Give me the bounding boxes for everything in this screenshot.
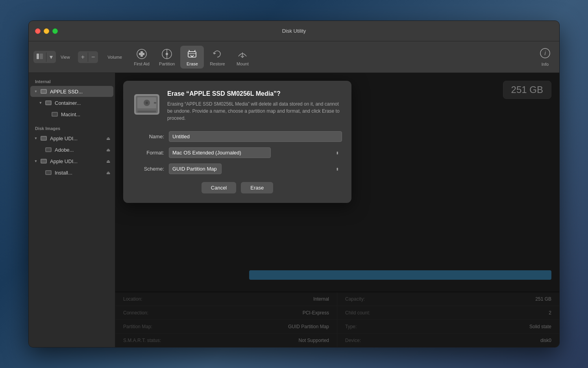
svg-rect-1 <box>40 54 43 59</box>
view-label: View <box>61 55 70 59</box>
first-aid-icon <box>136 48 148 60</box>
toolbar: ▾ View + − Volume First Aid <box>29 41 559 73</box>
install-volume-icon <box>44 169 52 177</box>
info-button[interactable]: i Info <box>536 45 555 69</box>
scheme-field-label: Scheme: <box>133 166 164 172</box>
svg-rect-16 <box>41 90 46 93</box>
first-aid-label: First Aid <box>134 61 150 66</box>
svg-rect-24 <box>46 148 51 151</box>
adobe-label: Adobe... <box>55 147 74 153</box>
window-title: Disk Utility <box>282 28 306 34</box>
remove-volume-button[interactable]: − <box>88 51 98 63</box>
titlebar: Disk Utility <box>29 21 559 41</box>
sidebar-item-apple-udi-1[interactable]: ▼ Apple UDI... ⏏ <box>30 133 113 144</box>
add-volume-button[interactable]: + <box>78 51 88 63</box>
dialog-disk-image <box>133 90 161 119</box>
disk-image-icon-2 <box>40 157 48 165</box>
macintosh-hd-label: Macint... <box>61 112 80 117</box>
svg-rect-4 <box>139 53 144 55</box>
sidebar-item-install[interactable]: ▶ Install... ⏏ <box>30 167 113 178</box>
restore-icon <box>211 48 223 60</box>
view-dropdown-button[interactable]: ▾ <box>46 51 56 63</box>
info-label: Info <box>542 62 549 67</box>
erase-dialog: Erase “APPLE SSD SM0256L Media”? Erasing… <box>123 81 351 203</box>
maximize-button[interactable] <box>52 28 58 34</box>
sidebar-item-apple-ssd[interactable]: ▼ APPLE SSD... <box>30 86 113 97</box>
chevron-down-icon: ▼ <box>33 159 38 164</box>
chevron-down-icon: ▼ <box>38 100 43 105</box>
volume-label: Volume <box>107 55 122 59</box>
close-button[interactable] <box>35 28 41 34</box>
scheme-field-row: Scheme: GUID Partition Map Master Boot R… <box>133 164 342 174</box>
erase-icon <box>186 48 198 60</box>
scheme-select-wrapper: GUID Partition Map Master Boot Record Ap… <box>169 164 342 174</box>
name-input[interactable] <box>169 131 342 142</box>
format-field-label: Format: <box>133 150 164 156</box>
adobe-volume-icon <box>44 146 52 154</box>
chevron-down-icon: ▼ <box>33 136 38 141</box>
svg-rect-28 <box>46 171 51 174</box>
view-sidebar-button[interactable] <box>33 51 46 63</box>
format-field-row: Format: Mac OS Extended (Journaled) Mac … <box>133 147 342 158</box>
erase-dialog-overlay: Erase “APPLE SSD SM0256L Media”? Erasing… <box>115 73 559 347</box>
erase-label: Erase <box>187 61 198 66</box>
apple-udi-2-label: Apple UDI... <box>50 158 78 164</box>
erase-confirm-button[interactable]: Erase <box>241 182 273 193</box>
main-area: Internal ▼ APPLE SSD... ▼ Container... ▶ <box>29 73 559 347</box>
eject-icon-2[interactable]: ⏏ <box>106 147 110 152</box>
scheme-select[interactable]: GUID Partition Map Master Boot Record Ap… <box>169 164 222 174</box>
sidebar-item-container[interactable]: ▼ Container... <box>30 97 113 108</box>
traffic-lights <box>35 28 58 34</box>
partition-button[interactable]: Partition <box>155 46 179 69</box>
dialog-text: Erase “APPLE SSD SM0256L Media”? Erasing… <box>167 90 342 122</box>
apple-udi-1-label: Apple UDI... <box>50 136 78 141</box>
content-area: 251 GB <box>115 73 559 347</box>
svg-rect-8 <box>188 52 196 57</box>
name-field-label: Name: <box>133 134 164 139</box>
format-select[interactable]: Mac OS Extended (Journaled) Mac OS Exten… <box>169 147 271 158</box>
svg-rect-22 <box>41 137 46 140</box>
container-label: Container... <box>55 100 81 106</box>
sidebar-item-adobe[interactable]: ▶ Adobe... ⏏ <box>30 144 113 155</box>
eject-icon-1[interactable]: ⏏ <box>106 136 110 141</box>
disk-utility-window: Disk Utility ▾ View + − Volume <box>28 20 560 348</box>
restore-label: Restore <box>210 61 225 66</box>
svg-rect-18 <box>46 101 51 104</box>
internal-section-label: Internal <box>29 78 115 85</box>
restore-button[interactable]: Restore <box>205 46 229 69</box>
svg-rect-26 <box>41 160 46 163</box>
mount-button[interactable]: Mount <box>231 46 254 69</box>
svg-rect-31 <box>137 111 156 112</box>
container-disk-icon <box>44 99 52 107</box>
first-aid-button[interactable]: First Aid <box>130 46 153 69</box>
volume-control: + − <box>78 51 98 63</box>
install-label: Install... <box>55 170 72 176</box>
name-field-row: Name: <box>133 131 342 142</box>
sidebar-item-apple-udi-2[interactable]: ▼ Apple UDI... ⏏ <box>30 156 113 167</box>
dialog-header: Erase “APPLE SSD SM0256L Media”? Erasing… <box>133 90 342 122</box>
erase-button[interactable]: Erase <box>180 46 204 69</box>
dialog-description: Erasing “APPLE SSD SM0256L Media” will d… <box>167 100 342 122</box>
dialog-title: Erase “APPLE SSD SM0256L Media”? <box>167 90 342 97</box>
sidebar-item-macintosh-hd[interactable]: ▶ Macint... <box>30 109 113 120</box>
eject-icon-4[interactable]: ⏏ <box>106 170 110 175</box>
info-icon: i <box>540 48 551 60</box>
eject-icon-3[interactable]: ⏏ <box>106 159 110 164</box>
svg-point-34 <box>146 102 148 104</box>
svg-rect-35 <box>154 102 156 104</box>
svg-rect-20 <box>52 113 57 116</box>
svg-rect-0 <box>37 54 39 59</box>
minimize-button[interactable] <box>44 28 49 34</box>
view-control: ▾ <box>33 51 56 63</box>
partition-icon <box>161 48 173 60</box>
dialog-buttons: Cancel Erase <box>133 182 342 193</box>
disk-image-icon <box>40 134 48 142</box>
svg-point-7 <box>166 53 168 55</box>
disk-images-section-label: Disk Images <box>29 125 115 132</box>
svg-text:i: i <box>544 50 546 56</box>
apple-ssd-label: APPLE SSD... <box>50 89 83 95</box>
mount-icon <box>237 48 248 60</box>
cancel-button[interactable]: Cancel <box>202 182 236 193</box>
chevron-down-icon: ▼ <box>33 89 38 94</box>
partition-label: Partition <box>159 61 175 66</box>
